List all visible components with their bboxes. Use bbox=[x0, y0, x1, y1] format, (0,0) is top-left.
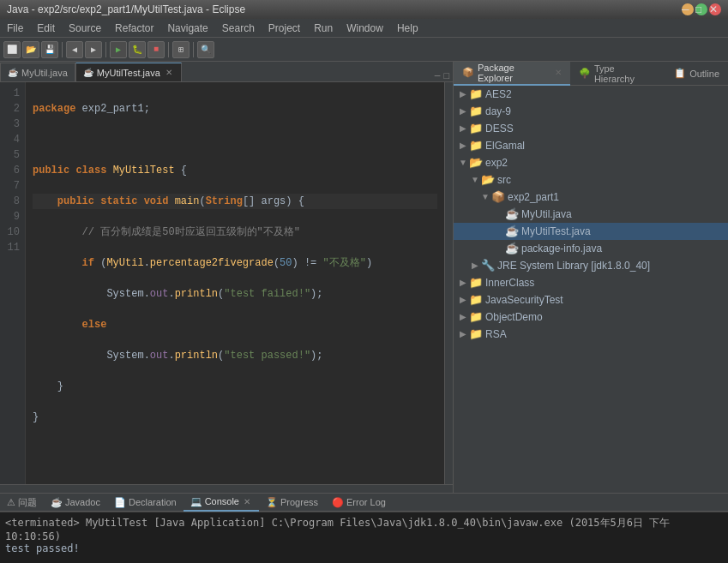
horizontal-scrollbar[interactable] bbox=[0, 484, 453, 493]
tab-console[interactable]: 💻 Console ✕ bbox=[184, 493, 259, 512]
code-text[interactable]: package exp2_part1; public class MyUtilT… bbox=[26, 82, 444, 484]
tree-expand-dess[interactable]: ▶ bbox=[459, 121, 467, 136]
window-controls[interactable]: ─ □ ✕ bbox=[682, 3, 721, 15]
console-tab-close[interactable]: ✕ bbox=[242, 497, 252, 506]
tree-item-myutiltest[interactable]: ☕ MyUtilTest.java bbox=[454, 223, 728, 240]
menu-search[interactable]: Search bbox=[215, 21, 262, 36]
tree-label-elgamal: ElGamal bbox=[485, 138, 525, 153]
close-button[interactable]: ✕ bbox=[709, 3, 721, 15]
tree-item-objectdemo[interactable]: ▶ 📁 ObjectDemo bbox=[454, 308, 728, 326]
code-editor[interactable]: 1 2 3 4 5 6 7 8 9 10 11 package exp2_par… bbox=[0, 82, 453, 484]
tree-label-myutil: MyUtil.java bbox=[521, 207, 572, 222]
javadoc-icon: ☕ bbox=[51, 497, 63, 508]
tree-expand-part1[interactable]: ▼ bbox=[481, 189, 490, 205]
tree-item-exp2[interactable]: ▼ 📂 exp2 bbox=[454, 154, 728, 171]
minimize-button[interactable]: ─ bbox=[682, 3, 694, 15]
menu-edit[interactable]: Edit bbox=[30, 21, 62, 36]
tree-expand-rsa[interactable]: ▶ bbox=[459, 326, 467, 342]
menu-help[interactable]: Help bbox=[390, 21, 425, 36]
pkg-explorer-icon: 📦 bbox=[462, 67, 474, 78]
code-line-3: public class MyUtilTest { bbox=[33, 163, 437, 178]
toolbar-perspective[interactable]: ⊞ bbox=[172, 41, 190, 58]
tree-expand-innerclass[interactable]: ▶ bbox=[459, 275, 467, 290]
tree-item-pkginfo[interactable]: ☕ package-info.java bbox=[454, 240, 728, 257]
tab-declaration[interactable]: 📄 Declaration bbox=[107, 493, 184, 512]
editor-pane: ☕ MyUtil.java ☕ MyUtilTest.java ✕ ─ □ 1 … bbox=[0, 62, 454, 493]
toolbar-back[interactable]: ◀ bbox=[66, 41, 83, 58]
tree-item-javasecuritytest[interactable]: ▶ 📁 JavaSecurityTest bbox=[454, 291, 728, 308]
tree-item-myutil[interactable]: ☕ MyUtil.java bbox=[454, 206, 728, 223]
project-folder-icon6: 📁 bbox=[469, 292, 483, 308]
tree-item-exp2part1[interactable]: ▼ 📦 exp2_part1 bbox=[454, 189, 728, 206]
java-file-icon: ☕ bbox=[8, 68, 18, 77]
tree-item-elgamal[interactable]: ▶ 📁 ElGamal bbox=[454, 137, 728, 154]
tab-type-hierarchy[interactable]: 🌳 Type Hierarchy bbox=[570, 62, 665, 86]
toolbar-search[interactable]: 🔍 bbox=[197, 41, 214, 58]
tree-item-innerclass[interactable]: ▶ 📁 InnerClass bbox=[454, 274, 728, 291]
menu-refactor[interactable]: Refactor bbox=[108, 21, 160, 36]
project-folder-icon: 📁 bbox=[469, 87, 483, 102]
tab-outline[interactable]: 📋 Outline bbox=[665, 62, 728, 86]
menu-project[interactable]: Project bbox=[262, 21, 307, 36]
tree-label-aes2: AES2 bbox=[485, 87, 512, 102]
console-output-line: test passed! bbox=[5, 542, 723, 554]
tree-label-part1: exp2_part1 bbox=[508, 189, 559, 205]
tree-item-aes2[interactable]: ▶ 📁 AES2 bbox=[454, 86, 728, 103]
tab-close-button[interactable]: ✕ bbox=[164, 68, 174, 77]
tree-item-dess[interactable]: ▶ 📁 DESS bbox=[454, 120, 728, 137]
tree-item-day9[interactable]: ▶ 📁 day-9 bbox=[454, 103, 728, 120]
title-bar: Java - exp2/src/exp2_part1/MyUtilTest.ja… bbox=[0, 0, 728, 19]
tab-problems[interactable]: ⚠ 问题 bbox=[0, 493, 44, 512]
tree-expand-objectdemo[interactable]: ▶ bbox=[459, 309, 467, 325]
toolbar-open[interactable]: 📂 bbox=[22, 41, 39, 58]
tree-expand-javasectest[interactable]: ▶ bbox=[459, 292, 467, 308]
toolbar-sep1 bbox=[62, 42, 63, 57]
tab-errorlog[interactable]: 🔴 Error Log bbox=[325, 493, 393, 512]
pkg-tab-close[interactable]: ✕ bbox=[555, 68, 562, 77]
toolbar-new[interactable]: ⬜ bbox=[3, 41, 21, 58]
tree-label-javasectest: JavaSecurityTest bbox=[485, 292, 563, 308]
project-folder-icon8: 📁 bbox=[469, 326, 483, 342]
maximize-button[interactable]: □ bbox=[695, 3, 707, 15]
java-file-icon2: ☕ bbox=[83, 68, 93, 77]
menu-navigate[interactable]: Navigate bbox=[160, 21, 214, 36]
toolbar-save[interactable]: 💾 bbox=[41, 41, 58, 58]
tab-myutiltest[interactable]: ☕ MyUtilTest.java ✕ bbox=[75, 63, 182, 81]
tree-expand-day9[interactable]: ▶ bbox=[459, 104, 467, 119]
tree-label-objectdemo: ObjectDemo bbox=[485, 309, 543, 325]
toolbar-forward[interactable]: ▶ bbox=[85, 41, 102, 58]
tree-item-jre[interactable]: ▶ 🔧 JRE System Library [jdk1.8.0_40] bbox=[454, 257, 728, 274]
tab-javadoc[interactable]: ☕ Javadoc bbox=[44, 493, 107, 512]
code-line-10: } bbox=[33, 379, 437, 394]
toolbar-sep3 bbox=[168, 42, 169, 57]
tab-outline-label: Outline bbox=[689, 69, 719, 79]
tree-expand-aes2[interactable]: ▶ bbox=[459, 87, 467, 102]
tab-myutil[interactable]: ☕ MyUtil.java bbox=[0, 63, 75, 81]
tree-expand-jre[interactable]: ▶ bbox=[471, 258, 479, 273]
editor-maximize-button[interactable]: □ bbox=[443, 71, 449, 81]
java-file-icon5: ☕ bbox=[505, 241, 519, 256]
toolbar-stop[interactable]: ■ bbox=[147, 41, 165, 58]
tab-progress[interactable]: ⏳ Progress bbox=[259, 493, 325, 512]
tree-expand-elgamal[interactable]: ▶ bbox=[459, 138, 467, 153]
tree-item-rsa[interactable]: ▶ 📁 RSA bbox=[454, 326, 728, 343]
toolbar-debug[interactable]: 🐛 bbox=[129, 41, 146, 58]
menu-run[interactable]: Run bbox=[307, 21, 340, 36]
project-folder-icon4: 📁 bbox=[469, 138, 483, 153]
menu-file[interactable]: File bbox=[0, 21, 30, 36]
tree-expand-src[interactable]: ▼ bbox=[471, 172, 479, 188]
line-numbers: 1 2 3 4 5 6 7 8 9 10 11 bbox=[0, 82, 26, 484]
menu-window[interactable]: Window bbox=[340, 21, 390, 36]
tree-expand-exp2[interactable]: ▼ bbox=[459, 155, 467, 171]
tab-myutil-label: MyUtil.java bbox=[21, 68, 68, 78]
tab-type-label: Type Hierarchy bbox=[594, 63, 657, 84]
menu-source[interactable]: Source bbox=[62, 21, 108, 36]
tree-item-src[interactable]: ▼ 📂 src bbox=[454, 171, 728, 189]
tree-label-src: src bbox=[497, 172, 511, 188]
editor-minimize-button[interactable]: ─ bbox=[435, 71, 441, 81]
toolbar-run[interactable]: ▶ bbox=[110, 41, 127, 58]
vertical-scrollbar[interactable] bbox=[444, 82, 453, 484]
tab-package-explorer[interactable]: 📦 Package Explorer ✕ bbox=[454, 62, 570, 86]
tree-label-jre: JRE System Library [jdk1.8.0_40] bbox=[497, 258, 650, 273]
console-area: <terminated> MyUtilTest [Java Applicatio… bbox=[0, 512, 728, 563]
